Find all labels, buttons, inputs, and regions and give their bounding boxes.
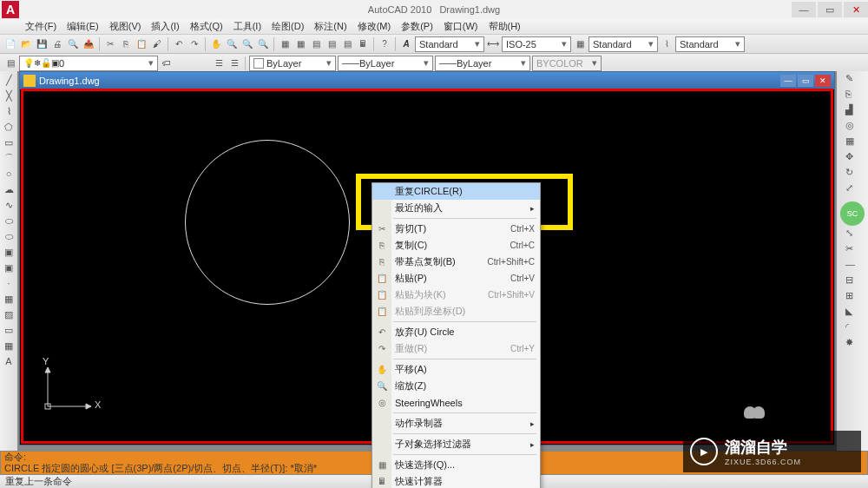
tool-palette-icon[interactable]: ▤ <box>309 37 323 51</box>
context-menu-item-21[interactable]: ▦快速选择(Q)... <box>372 457 540 473</box>
mtext-icon[interactable]: A <box>2 354 16 368</box>
revcloud-icon[interactable]: ☁ <box>2 182 16 196</box>
erase-icon[interactable]: ✎ <box>845 73 859 87</box>
block-icon[interactable]: ▣ <box>2 245 16 259</box>
pline-icon[interactable]: ⌇ <box>2 104 16 118</box>
redo-icon[interactable]: ↷ <box>187 37 201 51</box>
xline-icon[interactable]: ╳ <box>2 89 16 102</box>
move-icon[interactable]: ✥ <box>845 151 859 165</box>
layer-combo[interactable]: 💡❄🔓▣ 0▾ <box>19 56 158 71</box>
calc-icon[interactable]: 🖩 <box>356 37 370 51</box>
ellipse-icon[interactable]: ⬭ <box>2 214 16 228</box>
plot-icon[interactable]: 🖨 <box>50 37 64 51</box>
arc-icon[interactable]: ⌒ <box>2 151 16 165</box>
linetype-combo[interactable]: —— ByLayer▾ <box>338 56 433 71</box>
zoom-rt-icon[interactable]: 🔍 <box>225 37 239 51</box>
rectangle-icon[interactable]: ▭ <box>2 135 16 149</box>
color-combo[interactable]: ByLayer▾ <box>249 56 336 71</box>
menu-help[interactable]: 帮助(H) <box>485 19 524 34</box>
cut-icon[interactable]: ✂ <box>103 37 117 51</box>
zoom-win-icon[interactable]: 🔍 <box>240 37 254 51</box>
copy-icon[interactable]: ⎘ <box>119 37 133 51</box>
array-icon[interactable]: ▦ <box>845 135 859 149</box>
context-menu-item-22[interactable]: 🖩快速计算器 <box>372 473 540 488</box>
paste-icon[interactable]: 📋 <box>135 37 148 51</box>
ml-style-combo[interactable]: Standard▾ <box>675 36 745 52</box>
zoom-prev-icon[interactable]: 🔍 <box>256 37 270 51</box>
plotstyle-combo[interactable]: BYCOLOR▾ <box>532 56 602 71</box>
menu-insert[interactable]: 插入(I) <box>148 19 182 34</box>
context-menu-item-6[interactable]: 📋粘贴(P)Ctrl+V <box>372 270 540 287</box>
region-icon[interactable]: ▭ <box>2 323 16 337</box>
layer-prev-icon[interactable]: 🏷 <box>160 56 174 70</box>
dc-icon[interactable]: ▦ <box>293 37 307 51</box>
drawing-maximize[interactable]: ▭ <box>798 75 813 87</box>
layer-iso-icon[interactable]: ☰ <box>227 56 241 70</box>
context-menu-item-10[interactable]: ↶放弃(U) Circle <box>372 324 540 340</box>
spline-icon[interactable]: ∿ <box>2 198 16 212</box>
drawn-circle[interactable] <box>185 140 350 305</box>
context-menu-item-17[interactable]: 动作录制器▸ <box>372 415 540 432</box>
explode-icon[interactable]: ✸ <box>845 337 859 351</box>
match-icon[interactable]: 🖌 <box>150 37 164 51</box>
context-menu-item-13[interactable]: ✋平移(A) <box>372 361 540 378</box>
ml-style-icon[interactable]: ⌇ <box>660 37 674 51</box>
context-menu-item-0[interactable]: 重复CIRCLE(R) <box>372 183 540 200</box>
table-style-combo[interactable]: Standard▾ <box>589 36 658 52</box>
menu-modify[interactable]: 修改(M) <box>354 19 395 34</box>
context-menu-item-1[interactable]: 最近的输入▸ <box>372 200 540 216</box>
preview-icon[interactable]: 🔍 <box>66 37 80 51</box>
gradient-icon[interactable]: ▨ <box>2 307 16 321</box>
insert-icon[interactable]: ▣ <box>2 260 16 274</box>
chamfer-icon[interactable]: ◣ <box>845 306 859 320</box>
lineweight-combo[interactable]: —— ByLayer▾ <box>435 56 530 71</box>
close-button[interactable]: ✕ <box>844 2 868 17</box>
scale-icon[interactable]: ⤢ <box>845 182 859 196</box>
props-icon[interactable]: ▦ <box>278 37 292 51</box>
offset-icon[interactable]: ◎ <box>845 120 859 134</box>
open-icon[interactable]: 📂 <box>19 37 33 51</box>
break-icon[interactable]: ⊟ <box>845 274 859 288</box>
maximize-button[interactable]: ▭ <box>818 2 842 17</box>
layer-state-icon[interactable]: ☰ <box>212 56 226 70</box>
dim-style-combo[interactable]: ISO-25▾ <box>502 36 571 52</box>
markup-icon[interactable]: ▤ <box>340 37 354 51</box>
menu-file[interactable]: 文件(F) <box>22 19 60 34</box>
trim-icon[interactable]: ✂ <box>845 243 859 257</box>
menu-format[interactable]: 格式(Q) <box>187 19 227 34</box>
context-menu-item-4[interactable]: ⎘复制(C)Ctrl+C <box>372 237 540 254</box>
drawing-minimize[interactable]: — <box>780 75 796 87</box>
polygon-icon[interactable]: ⬠ <box>2 120 16 134</box>
stretch-icon[interactable]: ⤡ <box>845 228 859 241</box>
context-menu-item-5[interactable]: ⎘带基点复制(B)Ctrl+Shift+C <box>372 254 540 270</box>
copy-obj-icon[interactable]: ⎘ <box>845 89 859 102</box>
publish-icon[interactable]: 📤 <box>82 37 95 51</box>
menu-param[interactable]: 参数(P) <box>398 19 437 34</box>
minimize-button[interactable]: — <box>792 2 816 17</box>
menu-tools[interactable]: 工具(I) <box>230 19 265 34</box>
mirror-icon[interactable]: ▟ <box>845 104 859 118</box>
menu-view[interactable]: 视图(V) <box>106 19 145 34</box>
text-style-icon[interactable]: A <box>399 37 413 51</box>
hatch-icon[interactable]: ▦ <box>2 292 16 306</box>
save-icon[interactable]: 💾 <box>35 37 49 51</box>
line-icon[interactable]: ╱ <box>2 73 16 87</box>
menu-dim[interactable]: 标注(N) <box>311 19 350 34</box>
fillet-icon[interactable]: ◜ <box>845 321 859 335</box>
drawing-close[interactable]: ✕ <box>815 75 831 87</box>
table-icon[interactable]: ▦ <box>2 339 16 353</box>
point-icon[interactable]: · <box>2 276 16 290</box>
layer-props-icon[interactable]: ▤ <box>3 56 17 70</box>
comm-center-icon[interactable]: SC <box>840 201 865 226</box>
table-style-icon[interactable]: ▦ <box>573 37 587 51</box>
undo-icon[interactable]: ↶ <box>172 37 186 51</box>
dim-style-icon[interactable]: ⟷ <box>486 37 500 51</box>
circle-icon[interactable]: ○ <box>2 167 16 181</box>
rotate-icon[interactable]: ↻ <box>845 167 859 181</box>
menu-window[interactable]: 窗口(W) <box>440 19 482 34</box>
text-style-combo[interactable]: Standard▾ <box>415 36 484 52</box>
menu-edit[interactable]: 编辑(E) <box>63 19 102 34</box>
sheet-icon[interactable]: ▤ <box>325 37 339 51</box>
join-icon[interactable]: ⊞ <box>845 290 859 304</box>
ellipse-arc-icon[interactable]: ⬭ <box>2 229 16 243</box>
